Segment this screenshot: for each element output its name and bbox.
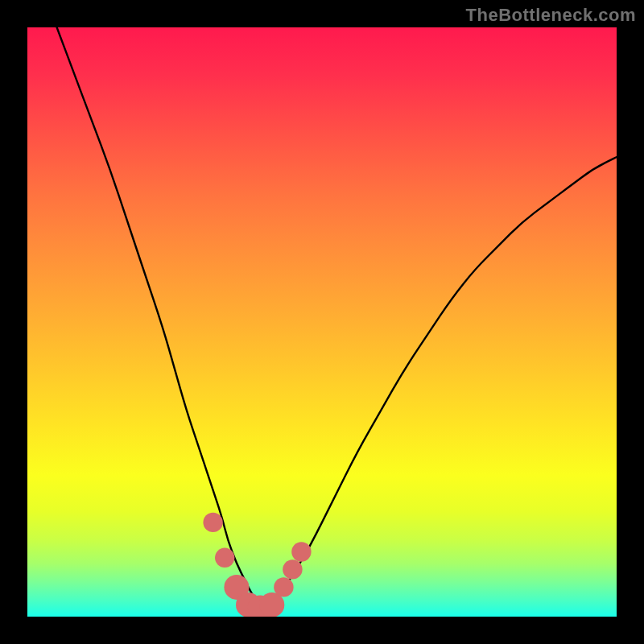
plot-area	[27, 27, 617, 617]
chart-svg	[27, 27, 617, 617]
watermark-text: TheBottleneck.com	[466, 5, 636, 26]
data-marker	[283, 559, 302, 579]
data-marker	[274, 577, 293, 597]
data-marker	[215, 548, 234, 568]
data-marker	[203, 513, 222, 532]
app-frame: TheBottleneck.com	[0, 0, 644, 644]
marker-group	[203, 513, 311, 617]
data-marker	[291, 542, 311, 561]
bottleneck-curve	[57, 27, 617, 604]
